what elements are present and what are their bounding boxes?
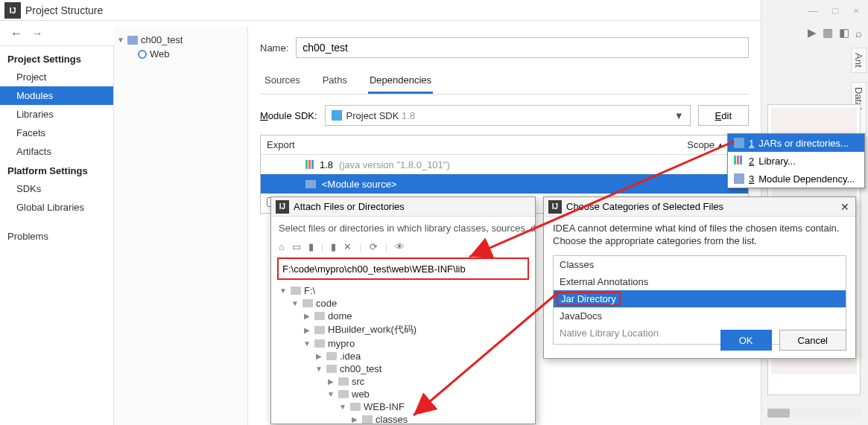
path-highlight-box <box>277 258 529 280</box>
tree-row[interactable]: ▶classes <box>279 413 528 424</box>
tree-row[interactable]: ▶dome <box>279 310 528 322</box>
show-hidden-icon[interactable]: 👁 <box>395 241 405 252</box>
tree-row[interactable]: ▶.idea <box>279 350 528 362</box>
choose-close-icon[interactable]: ✕ <box>840 201 849 213</box>
menu-module-dependency[interactable]: 3 Module Dependency... <box>728 170 864 188</box>
tree-row-mypro[interactable]: ▼mypro <box>279 337 528 350</box>
dep-jdk-ver: (java version "1.8.0_101") <box>339 159 450 170</box>
folder-icon <box>314 312 325 320</box>
sidebar-item-sdks[interactable]: SDKs <box>0 179 113 198</box>
tree-row[interactable]: ▶HBuilder_work(代码) <box>279 322 528 337</box>
module-icon <box>734 173 744 184</box>
folder-icon <box>291 287 301 295</box>
back-icon[interactable]: ← <box>10 27 22 40</box>
choose-info: IDEA cannot determine what kind of files… <box>544 217 855 249</box>
choose-opt-jar-directory[interactable]: Jar Directory <box>554 290 846 307</box>
web-icon <box>138 50 147 59</box>
module-root-label: ch00_test <box>141 34 183 45</box>
tree-row-code[interactable]: ▼code <box>279 297 528 310</box>
delete-icon[interactable]: ✕ <box>343 241 352 252</box>
module-row-root[interactable]: ▼ ch00_test <box>117 33 244 47</box>
choose-title: Choose Categories of Selected Files <box>566 201 851 212</box>
search-icon[interactable]: ⌕ <box>855 27 862 39</box>
window-title: Project Structure <box>25 4 838 16</box>
scope-header[interactable]: Scope▲ <box>687 139 729 150</box>
app-icon: IJ <box>276 200 289 214</box>
attach-files-dialog: IJ Attach Files or Directories Select fi… <box>270 196 536 424</box>
path-input[interactable] <box>279 260 527 278</box>
split-icon[interactable]: ◧ <box>839 26 849 39</box>
expand-icon[interactable]: ▼ <box>117 36 124 44</box>
folder-icon <box>314 326 325 334</box>
menu-num: 2 <box>749 156 754 167</box>
build-icon[interactable]: ▶ <box>808 26 817 39</box>
new-folder-icon[interactable]: ▮ <box>331 241 336 252</box>
sidebar-item-problems[interactable]: Problems <box>0 227 113 246</box>
sidebar-item-project[interactable]: Project <box>0 68 113 86</box>
tree-row-web[interactable]: ▼web <box>279 388 528 400</box>
menu-num: 3 <box>749 173 754 185</box>
forward-icon[interactable]: → <box>31 27 43 40</box>
folder-icon <box>338 390 349 398</box>
ide-max-icon[interactable]: □ <box>833 5 839 16</box>
folder-icon <box>326 352 337 360</box>
dep-row-module-source[interactable]: <Module source> <box>261 174 748 194</box>
tab-sources[interactable]: Sources <box>263 70 302 94</box>
ide-scrollbar[interactable] <box>767 409 862 418</box>
library-icon <box>734 156 744 166</box>
menu-label: Module Dependency... <box>758 173 855 185</box>
edit-sdk-button[interactable]: Edit <box>698 105 749 126</box>
app-icon: IJ <box>4 2 21 19</box>
layout-icon[interactable]: ▦ <box>823 26 833 39</box>
choose-opt-javadocs[interactable]: JavaDocs <box>554 307 846 325</box>
sdk-value: Project SDK 1.8 <box>346 110 416 121</box>
library-icon <box>305 160 314 169</box>
menu-label: JARs or directories... <box>758 138 849 149</box>
ide-close-icon[interactable]: × <box>853 5 859 16</box>
section-platform-settings: Platform Settings <box>0 161 113 179</box>
titlebar: IJ Project Structure × <box>0 0 868 21</box>
module-folder-icon <box>127 36 138 45</box>
folder-icon <box>350 403 361 411</box>
tree-row[interactable]: ▶src <box>279 375 528 388</box>
tab-paths[interactable]: Paths <box>321 70 349 94</box>
attach-description: Select files or directories in which lib… <box>271 217 535 240</box>
menu-jars-or-directories[interactable]: 1 JARs or directories... <box>728 134 864 152</box>
attach-title-bar: IJ Attach Files or Directories <box>271 197 535 217</box>
folder-icon <box>314 339 325 348</box>
sdk-icon <box>332 110 342 121</box>
menu-library[interactable]: 2 Library... <box>728 152 864 170</box>
sidebar: Project Settings Project Modules Librari… <box>0 46 114 425</box>
tab-dependencies[interactable]: Dependencies <box>368 70 433 94</box>
ide-min-icon[interactable]: — <box>808 5 818 16</box>
sidebar-item-global-libraries[interactable]: Global Libraries <box>0 198 113 217</box>
side-tab-ant[interactable]: Ant <box>851 48 867 73</box>
module-sdk-select[interactable]: Project SDK 1.8 ▼ <box>325 105 691 126</box>
desktop-icon[interactable]: ▭ <box>292 241 301 252</box>
refresh-icon[interactable]: ⟳ <box>370 241 378 252</box>
module-tree: ▼ ch00_test Web <box>114 27 248 425</box>
tree-row-drive[interactable]: ▼F:\ <box>279 284 528 297</box>
name-input[interactable] <box>296 37 749 58</box>
tree-row-webinf[interactable]: ▼WEB-INF <box>279 400 528 413</box>
folder-icon <box>338 377 349 386</box>
ok-button[interactable]: OK <box>720 330 772 351</box>
tree-row-proj[interactable]: ▼ch00_test <box>279 362 528 375</box>
sidebar-item-libraries[interactable]: Libraries <box>0 105 113 124</box>
folder-icon <box>302 299 313 307</box>
dep-jdk-label: 1.8 <box>320 159 333 170</box>
attach-title: Attach Files or Directories <box>294 201 405 212</box>
sidebar-item-modules[interactable]: Modules <box>0 86 113 105</box>
sidebar-item-facets[interactable]: Facets <box>0 124 113 142</box>
cancel-button[interactable]: Cancel <box>779 330 846 351</box>
choose-opt-classes[interactable]: Classes <box>554 256 846 273</box>
project-icon[interactable]: ▮ <box>308 241 314 252</box>
attach-tree[interactable]: ▼F:\ ▼code ▶dome ▶HBuilder_work(代码) ▼myp… <box>271 281 535 424</box>
choose-opt-external-annotations[interactable]: External Annotations <box>554 273 846 290</box>
home-icon[interactable]: ⌂ <box>279 241 285 252</box>
tabs: Sources Paths Dependencies <box>260 70 749 95</box>
module-row-web[interactable]: Web <box>117 47 244 61</box>
dropdown-caret-icon: ▼ <box>674 110 684 121</box>
sidebar-item-artifacts[interactable]: Artifacts <box>0 142 113 161</box>
dep-row-jdk[interactable]: 1.8 (java version "1.8.0_101") <box>261 155 748 174</box>
